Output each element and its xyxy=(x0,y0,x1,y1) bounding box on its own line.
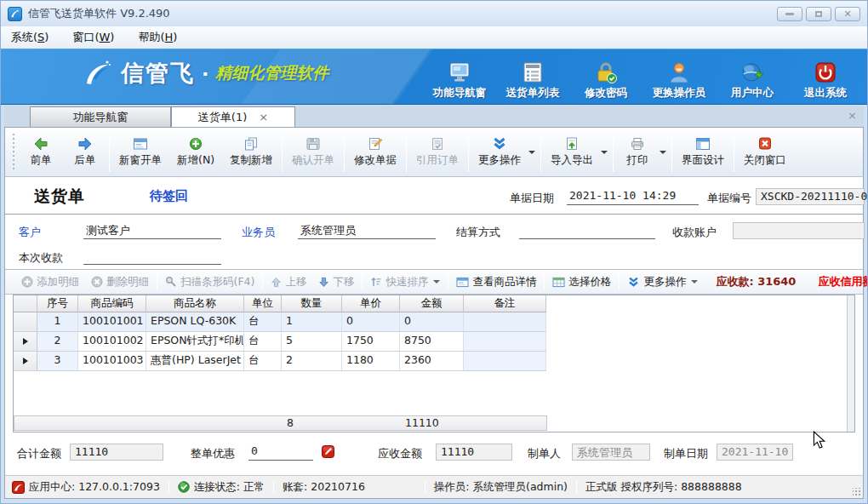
banner-change-password-button[interactable]: 修改密码 xyxy=(569,53,642,104)
col-header[interactable]: 序号 xyxy=(37,295,78,312)
prev-order-button[interactable]: 前单 xyxy=(19,134,63,171)
banner-exit-button[interactable]: 退出系统 xyxy=(789,53,862,104)
view-product-detail-button[interactable]: 查看商品详情 xyxy=(450,275,542,289)
edit-order-button[interactable]: 修改单据 xyxy=(346,134,404,171)
settlement-field[interactable] xyxy=(519,223,655,239)
next-order-button[interactable]: 后单 xyxy=(63,134,107,171)
double-chevron-down-icon xyxy=(492,137,507,151)
discount-edit-icon[interactable] xyxy=(322,445,334,461)
ui-design-button[interactable]: 界面设计 xyxy=(674,134,732,171)
app-logo-icon xyxy=(8,7,22,21)
brand-swoosh-icon xyxy=(82,58,112,89)
ref-order-button: 引用订单 xyxy=(408,134,466,171)
delete-circle-icon xyxy=(91,276,103,288)
connection-status: 连接状态: 正常 xyxy=(178,480,265,495)
vertical-scrollbar[interactable] xyxy=(847,295,854,432)
scan-barcode-button: 扫描条形码(F4) xyxy=(159,275,260,289)
arrow-left-icon xyxy=(33,137,49,151)
mouse-cursor xyxy=(811,431,828,452)
col-header[interactable]: 商品编码 xyxy=(78,295,146,312)
operator-status: 操作员: 系统管理员(admin) xyxy=(434,480,568,495)
table-row[interactable]: 2 100101002 EPSON针式打*印机 台 5 1750 8750 xyxy=(14,332,854,352)
print-button[interactable]: 打印 xyxy=(615,134,660,171)
col-header[interactable]: 备注 xyxy=(464,295,546,312)
new-window-order-button[interactable]: 新窗开单 xyxy=(111,134,169,171)
banner: 信管飞 · 精细化管理软件 功能导航窗 xyxy=(1,49,867,105)
close-window-button[interactable]: 关闭窗口 xyxy=(736,134,794,171)
toolbar-separator xyxy=(671,133,672,172)
toolbar-grip xyxy=(12,134,15,171)
menu-system[interactable]: 系统S xyxy=(11,30,49,45)
discount-field[interactable]: 0 xyxy=(248,444,313,461)
doc-status-badge: 待签回 xyxy=(150,188,188,204)
app-center-status: 应用中心: 127.0.0.1:7093 xyxy=(12,480,160,495)
salesman-label[interactable]: 业务员 xyxy=(242,225,275,240)
dropdown-caret-icon[interactable] xyxy=(660,151,666,154)
grid-more-actions-button[interactable]: 更多操作 xyxy=(621,275,704,289)
current-row-marker-icon xyxy=(23,338,28,345)
grid-summary-row: 8 11110 xyxy=(14,415,547,431)
receivable-total: 应收款: 31640 xyxy=(716,274,796,289)
delivery-list-icon xyxy=(522,61,544,83)
col-header[interactable]: 单位 xyxy=(244,295,282,312)
header-divider xyxy=(5,214,863,215)
monitor-icon xyxy=(448,61,471,83)
status-separator xyxy=(273,480,274,494)
move-down-button: 下移 xyxy=(312,275,360,289)
toolbar-separator xyxy=(468,133,469,172)
grid-toolbar-separator xyxy=(157,273,157,290)
restore-button[interactable] xyxy=(806,7,831,21)
select-price-button[interactable]: 选择价格 xyxy=(546,275,617,289)
table-row[interactable]: 3 100101003 惠普(HP) LaserJet 台 2 1180 236… xyxy=(14,352,854,371)
delete-detail-button: 删除明细 xyxy=(85,275,155,289)
payment-field[interactable] xyxy=(83,249,221,265)
tab-close-icon[interactable]: × xyxy=(259,112,268,123)
col-header[interactable]: 单价 xyxy=(342,295,400,312)
add-circle-icon xyxy=(21,276,33,288)
new-order-button[interactable]: 新增(N) xyxy=(169,134,222,171)
title-bar: 信管飞送货单软件 V9.2.490 ✕ xyxy=(1,1,867,26)
doc-date-field[interactable]: 2021-11-10 14:29 xyxy=(567,189,699,205)
col-header[interactable]: 金额 xyxy=(400,295,464,312)
more-actions-button[interactable]: 更多操作 xyxy=(471,134,528,171)
col-header[interactable]: 商品名称 xyxy=(146,295,244,312)
tab-delivery-order[interactable]: 送货单(1) × xyxy=(171,106,295,127)
copy-new-button[interactable]: 复制新增 xyxy=(222,134,280,171)
salesman-field[interactable]: 系统管理员 xyxy=(298,223,436,239)
toolbar-separator xyxy=(406,133,407,172)
import-export-button[interactable]: 导入导出 xyxy=(543,134,601,171)
dropdown-caret-icon[interactable] xyxy=(601,151,608,154)
customer-label[interactable]: 客户 xyxy=(19,225,41,240)
sort-icon xyxy=(370,276,382,288)
banner-nav-button[interactable]: 功能导航窗 xyxy=(423,53,496,104)
customer-field[interactable]: 测试客户 xyxy=(83,223,221,239)
minimize-button[interactable] xyxy=(777,7,802,21)
col-header[interactable]: 数量 xyxy=(282,295,342,312)
connection-ok-icon xyxy=(178,481,190,493)
move-up-button: 上移 xyxy=(265,275,312,289)
menu-help[interactable]: 帮助H xyxy=(138,30,177,45)
banner-change-operator-button[interactable]: 更换操作员 xyxy=(642,53,716,104)
table-row[interactable]: 1 100101001 EPSON LQ-630K 台 1 0 0 xyxy=(14,312,854,332)
total-amount-label: 合计金额 xyxy=(17,446,61,461)
tabstrip-close-icon[interactable]: × xyxy=(848,110,857,121)
status-separator xyxy=(168,480,169,494)
doc-title: 送货单 xyxy=(34,186,85,208)
user-center-globe-icon xyxy=(741,61,764,83)
close-button[interactable]: ✕ xyxy=(835,7,860,21)
row-selector-cell xyxy=(14,352,37,371)
window-title: 信管飞送货单软件 V9.2.490 xyxy=(28,6,170,21)
account-book-status: 账套: 20210716 xyxy=(283,480,365,495)
banner-user-center-button[interactable]: 用户中心 xyxy=(716,53,789,104)
receivable-amount-field: 11110 xyxy=(436,444,512,461)
dropdown-caret-icon xyxy=(691,280,698,284)
resize-grip[interactable] xyxy=(853,488,861,496)
dropdown-caret-icon[interactable] xyxy=(528,151,535,154)
tab-nav-window[interactable]: 功能导航窗 xyxy=(30,106,171,127)
banner-delivery-list-button[interactable]: 送货单列表 xyxy=(496,53,569,104)
summary-qty: 8 xyxy=(283,416,343,430)
menu-window[interactable]: 窗口W xyxy=(72,30,114,45)
items-grid: 序号 商品编码 商品名称 单位 数量 单价 金额 备注 1 100101001 … xyxy=(13,295,855,432)
make-date-label: 制单日期 xyxy=(664,446,708,461)
confirm-order-button: 确认开单 xyxy=(284,134,342,171)
